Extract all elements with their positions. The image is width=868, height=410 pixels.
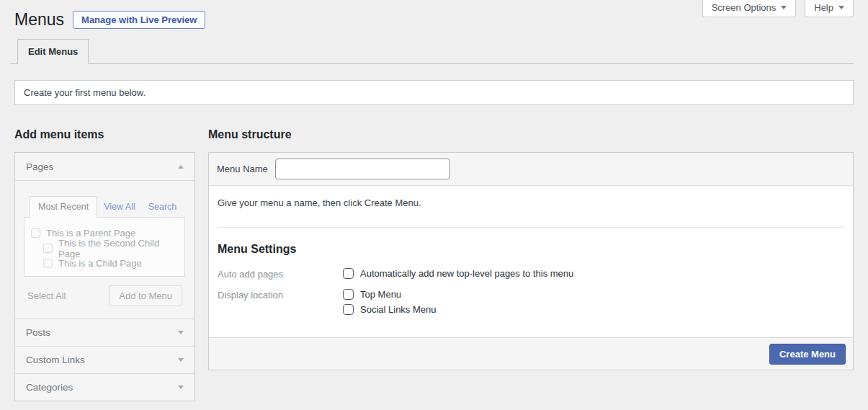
notice-bar: Create your first menu below. <box>14 80 854 105</box>
screen-options-label: Screen Options <box>712 2 777 13</box>
display-location-control: Top Menu Social Links Menu <box>343 289 437 315</box>
menu-settings-heading: Menu Settings <box>218 243 844 256</box>
add-to-menu-button[interactable]: Add to Menu <box>109 285 182 306</box>
tab-view-all[interactable]: View All <box>97 197 142 217</box>
add-menu-items-heading: Add menu items <box>14 128 195 141</box>
accordion-pages-label: Pages <box>26 161 53 172</box>
accordion-categories-label: Categories <box>26 382 73 393</box>
pages-panel-footer: Select All Add to Menu <box>24 285 185 306</box>
top-menu-checkbox-label: Top Menu <box>360 289 401 300</box>
accordion-section-pages[interactable]: Pages <box>15 153 194 180</box>
auto-add-checkbox-row[interactable]: Automatically add new top-level pages to… <box>343 268 573 279</box>
accordion-custom-links-label: Custom Links <box>26 355 85 365</box>
page-item-checkbox[interactable] <box>43 259 53 268</box>
top-menu-checkbox[interactable] <box>343 289 354 300</box>
auto-add-checkbox-label: Automatically add new top-level pages to… <box>360 268 573 279</box>
page-item-checkbox[interactable] <box>43 244 53 253</box>
menu-name-label: Menu Name <box>217 164 268 174</box>
notice-text: Create your first menu below. <box>24 87 146 98</box>
chevron-down-icon <box>781 6 787 9</box>
chevron-up-icon <box>178 165 184 169</box>
page-title: Menus <box>14 11 64 29</box>
page-item-label: This is a Child Page <box>58 258 142 269</box>
manage-live-preview-button[interactable]: Manage with Live Preview <box>73 11 205 29</box>
menu-name-input[interactable] <box>275 159 450 179</box>
settings-divider <box>218 227 844 228</box>
auto-add-pages-label: Auto add pages <box>218 268 343 280</box>
auto-add-checkbox[interactable] <box>343 268 354 279</box>
display-location-row: Display location Top Menu Social Links M… <box>218 289 844 315</box>
content-columns: Add menu items Pages Most Recent View Al… <box>14 105 854 401</box>
chevron-down-icon <box>838 6 844 9</box>
pages-checklist: This is a Parent Page This is the Second… <box>24 217 185 277</box>
menu-items-accordion: Pages Most Recent View All Search This i… <box>14 152 195 401</box>
help-button[interactable]: Help <box>805 0 854 17</box>
menu-structure-footer: Create Menu <box>209 337 853 370</box>
menu-structure-heading: Menu structure <box>208 128 854 141</box>
menu-structure-panel: Menu Name Give your menu a name, then cl… <box>208 152 854 370</box>
tab-search[interactable]: Search <box>142 197 184 217</box>
pages-panel-content: Most Recent View All Search This is a Pa… <box>15 180 194 318</box>
page-item-label: This is the Second Child Page <box>58 238 178 259</box>
auto-add-pages-control: Automatically add new top-level pages to… <box>343 268 573 280</box>
social-links-checkbox-label: Social Links Menu <box>360 304 437 315</box>
page-item-checkbox[interactable] <box>31 228 40 238</box>
location-social-links-row[interactable]: Social Links Menu <box>343 304 437 315</box>
auto-add-pages-row: Auto add pages Automatically add new top… <box>218 268 844 280</box>
tab-most-recent[interactable]: Most Recent <box>30 196 97 218</box>
display-location-label: Display location <box>218 289 343 315</box>
tab-edit-menus[interactable]: Edit Menus <box>17 39 89 64</box>
screen-options-button[interactable]: Screen Options <box>702 0 797 17</box>
accordion-section-posts[interactable]: Posts <box>15 318 194 346</box>
add-menu-items-column: Add menu items Pages Most Recent View Al… <box>14 105 195 401</box>
menu-settings-body: Give your menu a name, then click Create… <box>209 186 853 337</box>
accordion-section-custom-links[interactable]: Custom Links <box>15 346 194 373</box>
accordion-posts-label: Posts <box>26 327 50 338</box>
location-top-menu-row[interactable]: Top Menu <box>343 289 437 300</box>
chevron-down-icon <box>178 358 184 362</box>
menu-name-bar: Menu Name <box>209 153 853 186</box>
pages-filter-tabs: Most Recent View All Search <box>30 196 185 217</box>
help-label: Help <box>814 2 833 13</box>
nav-tab-wrapper: Edit Menus <box>10 39 854 64</box>
chevron-down-icon <box>178 386 184 389</box>
menu-name-hint: Give your menu a name, then click Create… <box>218 197 844 208</box>
social-links-menu-checkbox[interactable] <box>343 304 354 315</box>
screen-meta-links: Screen Options Help <box>702 0 854 17</box>
page-checklist-item: This is the Second Child Page <box>43 241 178 256</box>
create-menu-button[interactable]: Create Menu <box>769 344 846 365</box>
chevron-down-icon <box>178 331 184 334</box>
menu-structure-column: Menu structure Menu Name Give your menu … <box>208 105 854 370</box>
select-all-link[interactable]: Select All <box>27 290 66 301</box>
accordion-section-categories[interactable]: Categories <box>15 373 194 401</box>
